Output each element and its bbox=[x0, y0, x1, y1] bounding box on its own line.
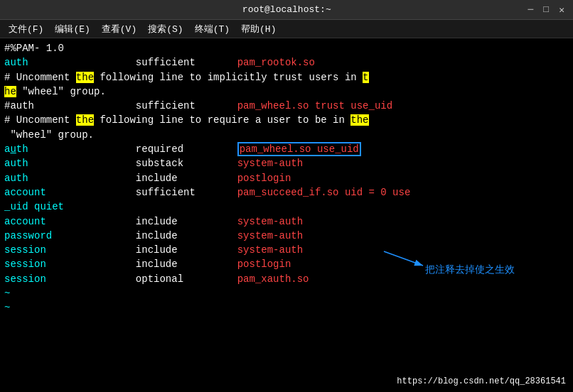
terminal-line-5b: "wheel" group. bbox=[4, 128, 569, 142]
maximize-button[interactable]: □ bbox=[540, 4, 552, 16]
minimize-button[interactable]: ─ bbox=[525, 4, 537, 16]
menu-file[interactable]: 文件(F) bbox=[3, 21, 49, 37]
terminal-line-empty: ~ bbox=[4, 300, 569, 315]
terminal-line-13: session include postlogin bbox=[4, 257, 569, 271]
terminal-line-1: #%PAM- 1.0 bbox=[4, 41, 569, 55]
terminal-line-tilde: ~ bbox=[4, 286, 569, 300]
terminal-content: #%PAM- 1.0 auth sufficient pam_rootok.so… bbox=[0, 38, 573, 392]
titlebar: root@localhost:~ ─ □ ✕ bbox=[0, 0, 573, 20]
window-title: root@localhost:~ bbox=[48, 4, 525, 15]
terminal-line-11: password include system-auth bbox=[4, 229, 569, 243]
terminal-line-9: account sufficient pam_succeed_if.so uid… bbox=[4, 185, 569, 200]
terminal-line-12: session include system-auth bbox=[4, 243, 569, 257]
terminal-line-14: session optional pam_xauth.so bbox=[4, 272, 569, 286]
terminal-line-3b: he "wheel" group. bbox=[4, 85, 569, 99]
close-button[interactable]: ✕ bbox=[556, 4, 567, 16]
terminal-line-9b: _uid quiet bbox=[4, 200, 569, 214]
terminal-line-3: # Uncomment the following line to implic… bbox=[4, 70, 569, 85]
menubar: 文件(F) 编辑(E) 查看(V) 搜索(S) 终端(T) 帮助(H) bbox=[0, 20, 573, 38]
terminal-line-4: #auth sufficient pam_wheel.so trust use_… bbox=[4, 99, 569, 113]
terminal-line-5: # Uncomment the following line to requir… bbox=[4, 113, 569, 127]
menu-view[interactable]: 查看(V) bbox=[96, 21, 142, 37]
terminal-line-2: auth sufficient pam_rootok.so bbox=[4, 55, 569, 70]
menu-help[interactable]: 帮助(H) bbox=[235, 21, 282, 37]
footer-url: https://blog.csdn.net/qq_28361541 bbox=[397, 376, 566, 388]
window-controls[interactable]: ─ □ ✕ bbox=[525, 4, 567, 16]
terminal-line-10: account include system-auth bbox=[4, 214, 569, 229]
terminal-line-6: auth required pam_wheel.so use_uid bbox=[4, 142, 569, 156]
menu-search[interactable]: 搜索(S) bbox=[142, 21, 188, 37]
terminal-line-8: auth include postlogin bbox=[4, 171, 569, 185]
terminal-line-7: auth substack system-auth bbox=[4, 156, 569, 170]
menu-edit[interactable]: 编辑(E) bbox=[49, 21, 95, 37]
menu-terminal[interactable]: 终端(T) bbox=[189, 21, 235, 37]
